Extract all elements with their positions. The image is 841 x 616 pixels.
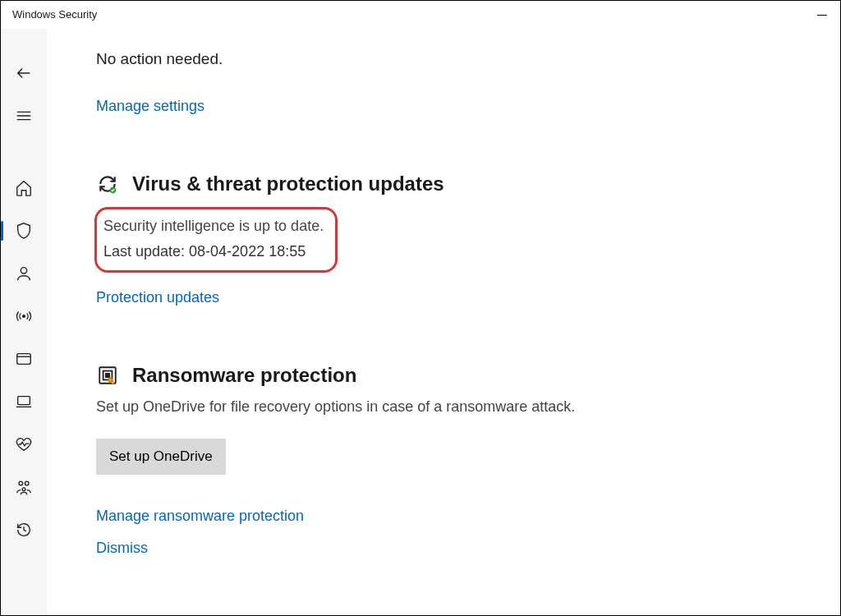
back-arrow-icon xyxy=(15,64,33,82)
sidebar-app-browser[interactable] xyxy=(1,338,47,380)
setup-onedrive-button[interactable]: Set up OneDrive xyxy=(96,439,226,475)
minimize-button[interactable] xyxy=(817,8,827,21)
main-content: No action needed. Manage settings Virus … xyxy=(47,29,840,615)
ransomware-description: Set up OneDrive for file recovery option… xyxy=(96,398,807,416)
sidebar-family-options[interactable] xyxy=(1,466,47,508)
svg-point-1 xyxy=(23,315,25,318)
update-status-highlight: Security intelligence is up to date. Las… xyxy=(94,207,338,273)
radio-icon xyxy=(15,307,33,325)
dismiss-link[interactable]: Dismiss xyxy=(96,540,148,557)
heart-icon xyxy=(15,435,33,453)
security-intel-status: Security intelligence is up to date. xyxy=(103,218,324,235)
person-icon xyxy=(15,264,33,283)
window-title: Windows Security xyxy=(12,1,97,29)
hamburger-icon xyxy=(15,107,33,125)
sidebar-account-protection[interactable] xyxy=(1,252,47,295)
refresh-updates-icon xyxy=(96,172,119,195)
svg-rect-2 xyxy=(17,354,31,365)
last-update-text: Last update: 08-04-2022 18:55 xyxy=(103,243,324,260)
browser-icon xyxy=(15,350,33,368)
status-message: No action needed. xyxy=(96,50,807,68)
ransomware-heading: Ransomware protection xyxy=(132,364,356,387)
manage-ransomware-link[interactable]: Manage ransomware protection xyxy=(96,508,304,525)
sidebar-device-performance[interactable] xyxy=(1,423,47,466)
sidebar-device-security[interactable] xyxy=(1,380,47,423)
menu-button[interactable] xyxy=(1,94,47,137)
svg-point-0 xyxy=(21,268,26,274)
shield-icon xyxy=(15,222,33,240)
history-icon xyxy=(15,521,33,539)
laptop-icon xyxy=(15,393,33,411)
protection-updates-link[interactable]: Protection updates xyxy=(96,289,219,306)
sidebar-history[interactable] xyxy=(1,508,47,551)
updates-heading: Virus & threat protection updates xyxy=(132,172,444,195)
sidebar-firewall[interactable] xyxy=(1,295,47,338)
sidebar xyxy=(1,29,47,615)
home-icon xyxy=(15,179,33,197)
family-icon xyxy=(15,478,33,496)
sidebar-virus-protection[interactable] xyxy=(1,209,47,252)
svg-point-5 xyxy=(25,481,29,485)
svg-point-4 xyxy=(19,481,23,485)
ransomware-icon xyxy=(96,364,119,387)
sidebar-home[interactable] xyxy=(1,167,47,209)
svg-point-6 xyxy=(22,488,25,491)
manage-settings-link[interactable]: Manage settings xyxy=(96,98,205,115)
svg-point-10 xyxy=(108,378,112,381)
back-button[interactable] xyxy=(1,52,47,94)
svg-rect-3 xyxy=(18,397,30,405)
